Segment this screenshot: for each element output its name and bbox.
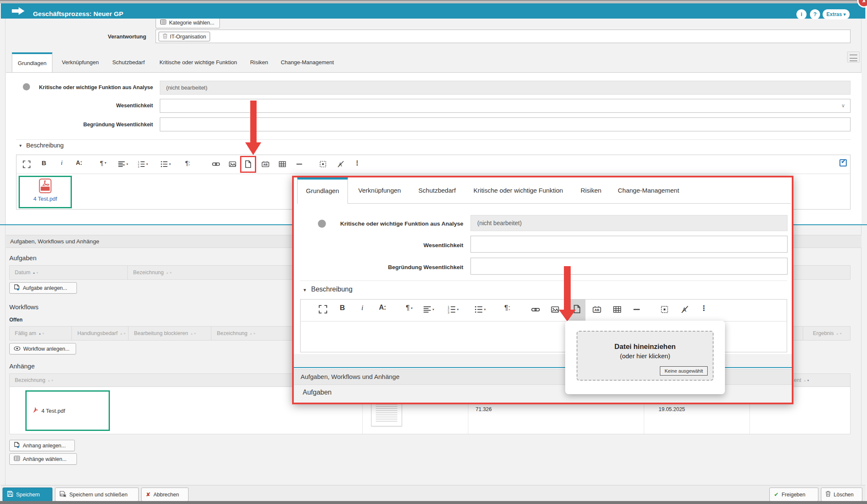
save-close-icon [60, 491, 66, 499]
paragraph-styles-icon[interactable]: ¶: [504, 304, 510, 312]
more-options-icon[interactable]: ⋮ [700, 304, 708, 313]
link-icon[interactable] [212, 161, 220, 167]
attachment-name: 4 Test.pdf [41, 408, 65, 414]
clear-format-icon[interactable]: A [681, 305, 689, 313]
fullscreen-icon[interactable] [23, 161, 30, 168]
font-size-icon[interactable]: A: [379, 304, 386, 311]
sort-desc-icon: ▼ [36, 271, 39, 274]
anhaenge-waehlen-button[interactable]: Anhänge wählen... [9, 453, 77, 465]
info-icon[interactable]: i [796, 9, 807, 19]
paragraph-format-icon[interactable]: ¶▾ [100, 159, 106, 166]
horizontal-rule-icon[interactable] [633, 305, 641, 313]
overlay-begruendung-label: Begründung Wesentlichkeit [328, 264, 463, 270]
link-icon[interactable] [531, 306, 540, 313]
workflow-anlegen-button[interactable]: Workflow anlegen... [9, 343, 76, 354]
more-options-icon[interactable]: ⋮ [354, 159, 361, 167]
overlay-wesentlichkeit-select[interactable] [470, 236, 788, 253]
tab-grundlagen[interactable]: Grundlagen [12, 52, 52, 72]
overlay-tab-schutzbedarf[interactable]: Schutzbedarf [413, 177, 462, 204]
help-icon[interactable]: ? [810, 9, 820, 19]
wesentlichkeit-select[interactable]: ∨ [160, 99, 851, 113]
kategorie-waehlen-button[interactable]: Kategorie wählen... [156, 17, 220, 28]
layout-toggle-icon[interactable] [847, 52, 860, 63]
overlay-tab-risiken[interactable]: Risiken [576, 177, 606, 204]
list-icon [14, 456, 20, 462]
tab-change-management[interactable]: Change-Management [276, 52, 339, 72]
editor-checkbox[interactable]: ✔ [840, 159, 847, 166]
bullet-list-icon[interactable]: ▾ [475, 305, 486, 313]
abbreviation-icon[interactable]: AB [593, 305, 602, 313]
tab-verknuepfungen[interactable]: Verknüpfungen [57, 52, 103, 72]
table-icon[interactable] [613, 305, 621, 313]
italic-icon[interactable]: i [361, 304, 364, 312]
tab-kritische-funktion[interactable]: Kritische oder wichtige Funktion [154, 52, 243, 72]
check-icon: ✔ [841, 158, 846, 165]
bullet-list-icon[interactable]: ▾ [161, 161, 171, 168]
font-size-icon[interactable]: A: [76, 159, 82, 166]
cancel-button[interactable]: ✘ Abbrechen [141, 488, 189, 501]
tab-schutzbedarf[interactable]: Schutzbedarf [108, 52, 149, 72]
overlay-wesentlichkeit-label: Wesentlichkeit [328, 242, 463, 248]
dropzone-subtitle: (oder hier klicken) [577, 352, 713, 360]
frame-selection-icon[interactable] [661, 305, 669, 313]
editor-attachment[interactable]: PDF 4 Test.pdf [19, 176, 72, 208]
clear-format-icon[interactable]: A [337, 161, 345, 168]
paragraph-styles-icon[interactable]: ¶: [185, 159, 190, 166]
overlay-begruendung-input[interactable] [470, 258, 788, 275]
overlay-beschreibung-heading: Beschreibung [311, 286, 353, 293]
image-icon[interactable] [551, 305, 559, 313]
align-icon[interactable]: ▾ [118, 161, 128, 168]
anhang-anlegen-button[interactable]: Anhang anlegen... [9, 440, 75, 451]
dropzone-area[interactable]: Datei hineinziehen (oder hier klicken) K… [577, 331, 714, 381]
frame-selection-icon[interactable] [320, 161, 327, 168]
save-button[interactable]: Speichern [3, 488, 52, 501]
collapse-icon[interactable]: ▼ [19, 144, 22, 148]
delete-button[interactable]: Löschen [821, 488, 862, 501]
attachment-date: 19.05.2025 [659, 406, 685, 412]
question-icon[interactable] [318, 220, 326, 228]
chevron-down-icon: ∨ [841, 103, 845, 109]
paragraph-format-icon[interactable]: ¶▾ [406, 304, 413, 312]
divider [5, 19, 5, 501]
release-button[interactable]: ✔ Freigeben [769, 488, 818, 501]
verantwortung-chip[interactable]: IT-Organisation [159, 32, 210, 41]
save-close-button[interactable]: Speichern und schließen [55, 488, 139, 501]
verantwortung-label: Verantwortung [68, 33, 146, 40]
abbreviation-icon[interactable]: AB [262, 161, 270, 168]
begruendung-input[interactable] [160, 117, 851, 131]
overlay-tab-verknuepfungen[interactable]: Verknüpfungen [353, 177, 406, 204]
overlay-tab-kritische-funktion[interactable]: Kritische oder wichtige Funktion [466, 177, 571, 204]
kritische-funktion-label: Kritische oder wichtige Funktion aus Ana… [33, 84, 153, 90]
trash-icon [163, 33, 167, 40]
fullscreen-icon[interactable] [319, 305, 327, 313]
verantwortung-field[interactable]: IT-Organisation [156, 30, 851, 43]
title-bar: Geschäftsprozess: Neuer GP i ? Extras ▾ [1, 3, 865, 19]
table-icon[interactable] [279, 161, 286, 168]
overlay-kritische-funktion-value-field: (nicht bearbeitet) [470, 215, 788, 231]
trash-icon [826, 491, 831, 498]
align-icon[interactable]: ▾ [423, 305, 434, 313]
italic-icon[interactable]: i [61, 159, 63, 166]
bold-icon[interactable]: B [42, 159, 46, 166]
overlay-tab-change-management[interactable]: Change-Management [610, 177, 686, 204]
eye-icon [14, 346, 20, 352]
collapse-icon[interactable]: ▼ [303, 288, 307, 292]
aufgabe-anlegen-button[interactable]: Aufgabe anlegen... [9, 282, 77, 294]
cross-icon: ✘ [146, 491, 150, 498]
wesentlichkeit-label: Wesentlichkeit [33, 103, 153, 109]
anhaenge-row-attachment[interactable]: 4 Test.pdf [25, 390, 110, 431]
ordered-list-icon[interactable]: 123▾ [138, 161, 148, 168]
file-select-button[interactable]: Keine ausgewählt [660, 366, 708, 376]
caret-down-icon: ▾ [105, 161, 107, 165]
bold-icon[interactable]: B [340, 304, 345, 312]
extras-menu-button[interactable]: Extras ▾ [823, 9, 850, 19]
tab-risiken[interactable]: Risiken [248, 52, 271, 72]
image-icon[interactable] [229, 161, 236, 168]
check-icon: ✔ [774, 491, 779, 498]
horizontal-rule-icon[interactable] [296, 161, 303, 168]
question-icon[interactable] [23, 83, 30, 90]
ordered-list-icon[interactable]: 123▾ [448, 305, 459, 313]
overlay-tab-grundlagen[interactable]: Grundlagen [297, 177, 348, 204]
caret-down-icon: ▾ [169, 162, 171, 166]
divider [348, 203, 791, 204]
